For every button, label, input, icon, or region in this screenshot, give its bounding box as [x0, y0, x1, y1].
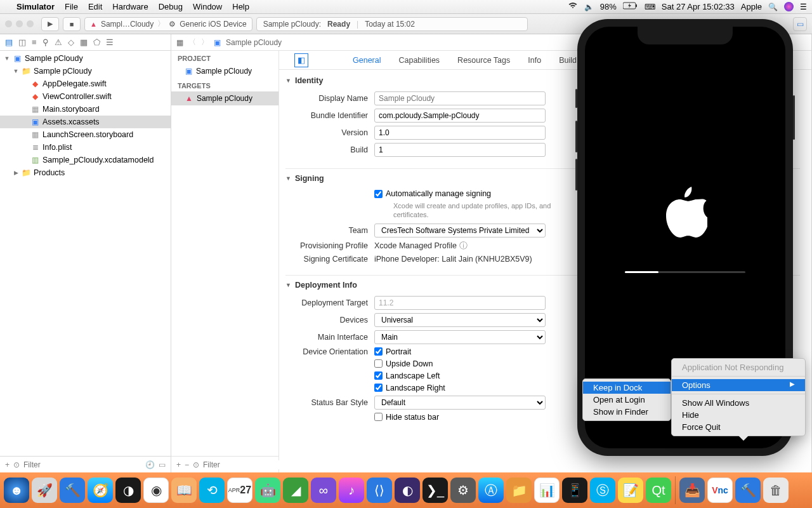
dock-app-chrome[interactable]: ◉ [143, 478, 169, 503]
show-all-windows-item[interactable]: Show All Windows [672, 397, 805, 409]
display-name-input[interactable] [374, 91, 546, 105]
statusbar-select[interactable]: Default [374, 396, 546, 410]
dock-app-android-studio[interactable]: ◢ [283, 478, 308, 503]
hide-item[interactable]: Hide [672, 409, 805, 421]
report-nav-icon[interactable]: ☰ [106, 37, 114, 47]
open-at-login-item[interactable]: Open at Login [583, 394, 671, 406]
window-controls[interactable] [5, 20, 34, 27]
portrait-checkbox[interactable] [374, 347, 383, 356]
remove-target-icon[interactable]: − [185, 460, 189, 469]
products-group[interactable]: Products [34, 168, 65, 177]
menu-help[interactable]: Help [232, 2, 249, 11]
filter-icon[interactable]: ⊙ [13, 460, 20, 469]
upside-down-checkbox[interactable] [374, 359, 383, 368]
target-entry[interactable]: ▲Sample pCloudy [171, 91, 278, 105]
siri-icon[interactable] [784, 2, 794, 11]
dock-app-finder[interactable]: ☻ [4, 478, 29, 503]
battery-percent[interactable]: 98% [600, 2, 617, 11]
dock-app-xcode[interactable]: 🔨 [60, 478, 85, 503]
dock-app-xcode-2[interactable]: 🔨 [735, 478, 761, 503]
back-icon[interactable]: 〈 [188, 37, 196, 48]
group-item[interactable]: Sample pCloudy [34, 67, 92, 76]
dock-app-settings[interactable]: ⚙ [450, 478, 476, 503]
dock-app-launchpad[interactable]: 🚀 [32, 478, 57, 503]
spotlight-icon[interactable]: 🔍 [768, 3, 778, 11]
stop-button[interactable]: ■ [63, 17, 81, 31]
dock-app-itunes[interactable]: ♪ [339, 478, 364, 503]
dock-app-terminal[interactable]: ❯_ [422, 478, 448, 503]
file-item[interactable]: Sample_pCloudy.xcdatamodeld [43, 156, 154, 164]
forward-icon[interactable]: 〉 [201, 37, 209, 48]
source-control-icon[interactable]: ◫ [18, 37, 26, 47]
version-input[interactable] [374, 126, 546, 140]
file-item[interactable]: ViewController.swift [43, 92, 112, 101]
collapse-outline-button[interactable]: ◧ [294, 53, 308, 67]
dock-app-vscode[interactable]: ⟨⟩ [367, 478, 392, 503]
issue-nav-icon[interactable]: ⚠ [55, 37, 62, 47]
landscape-left-checkbox[interactable] [374, 371, 383, 380]
bundle-id-input[interactable] [374, 109, 546, 123]
keyboard-icon[interactable]: ⌨ [645, 3, 655, 11]
dock-app-notes[interactable]: 📝 [618, 478, 643, 503]
file-item[interactable]: AppDelegate.swift [43, 79, 107, 88]
add-target-icon[interactable]: + [176, 460, 181, 469]
related-items-icon[interactable]: ▦ [176, 38, 183, 47]
project-tree[interactable]: ▼▣Sample pCloudy ▼📁Sample pCloudy ◆AppDe… [0, 51, 171, 456]
menu-window[interactable]: Window [193, 2, 222, 11]
info-icon[interactable]: ⓘ [459, 241, 468, 251]
tab-general[interactable]: General [351, 52, 382, 69]
dock-app-teamviewer[interactable]: ⟲ [199, 478, 225, 503]
test-nav-icon[interactable]: ◇ [68, 37, 74, 47]
panel-toggle-right[interactable]: ▭ [793, 17, 807, 31]
filter-icon[interactable]: ⊙ [193, 460, 199, 469]
scm-filter-icon[interactable]: ▭ [159, 460, 166, 469]
project-root[interactable]: Sample pCloudy [25, 54, 83, 63]
symbol-nav-icon[interactable]: ≡ [32, 37, 37, 47]
wifi-icon[interactable] [568, 2, 578, 11]
dock-app-skype[interactable]: Ⓢ [590, 478, 615, 503]
file-item[interactable]: Info.plist [43, 143, 72, 152]
jump-file[interactable]: Sample pCloudy [226, 38, 282, 47]
dock-app-books[interactable]: 📖 [171, 478, 197, 503]
dock-app-eclipse[interactable]: ◐ [395, 478, 420, 503]
landscape-right-checkbox[interactable] [374, 384, 383, 392]
scheme-selector[interactable]: ▲ Sampl…Cloudy 〉 ⚙ Generic iOS Device [84, 17, 252, 31]
dock-app-qt[interactable]: Qt [646, 478, 671, 503]
file-item[interactable]: LaunchScreen.storyboard [43, 130, 133, 139]
dock-app-vs[interactable]: ∞ [311, 478, 336, 503]
add-icon[interactable]: + [5, 460, 10, 469]
menu-debug[interactable]: Debug [159, 2, 183, 11]
deploy-target-input[interactable] [374, 296, 546, 310]
dock-app-folder[interactable]: 📁 [506, 478, 532, 503]
auto-signing-checkbox[interactable] [374, 190, 383, 198]
navigator-filter-input[interactable] [23, 460, 141, 469]
keep-in-dock-item[interactable]: Keep in Dock [583, 382, 671, 394]
main-if-select[interactable]: Main [374, 330, 546, 344]
menu-hardware[interactable]: Hardware [112, 2, 148, 11]
clock[interactable]: Sat 27 Apr 15:02:33 [662, 2, 735, 11]
dock-trash[interactable]: 🗑 [763, 478, 789, 503]
dock-app-appstore[interactable]: Ⓐ [478, 478, 504, 503]
dock-app-safari[interactable]: 🧭 [88, 478, 113, 503]
app-menu[interactable]: Simulator [16, 2, 55, 11]
volume-icon[interactable]: 🔈 [584, 3, 594, 11]
tab-resource-tags[interactable]: Resource Tags [456, 52, 511, 69]
dock-app-android[interactable]: 🤖 [255, 478, 280, 503]
force-quit-item[interactable]: Force Quit [672, 421, 805, 433]
tab-info[interactable]: Info [527, 52, 542, 69]
options-item[interactable]: Options▶ [672, 379, 805, 391]
show-in-finder-item[interactable]: Show in Finder [583, 406, 671, 418]
run-button[interactable]: ▶ [41, 17, 59, 31]
file-item[interactable]: Assets.xcassets [43, 117, 100, 126]
team-select[interactable]: CresTech Software Systems Private Limite… [374, 224, 546, 237]
tab-capabilities[interactable]: Capabilities [397, 52, 441, 69]
project-nav-icon[interactable]: ▤ [5, 37, 13, 47]
file-item[interactable]: Main.storyboard [43, 105, 100, 114]
menu-file[interactable]: File [65, 2, 78, 11]
dock-app-simulator[interactable]: 📱 [562, 478, 587, 503]
find-nav-icon[interactable]: ⚲ [43, 37, 49, 47]
debug-nav-icon[interactable]: ▦ [80, 37, 88, 47]
recent-icon[interactable]: 🕘 [145, 460, 155, 469]
dock-folder-downloads[interactable]: 📥 [679, 478, 705, 503]
user-name[interactable]: Apple [741, 2, 762, 11]
